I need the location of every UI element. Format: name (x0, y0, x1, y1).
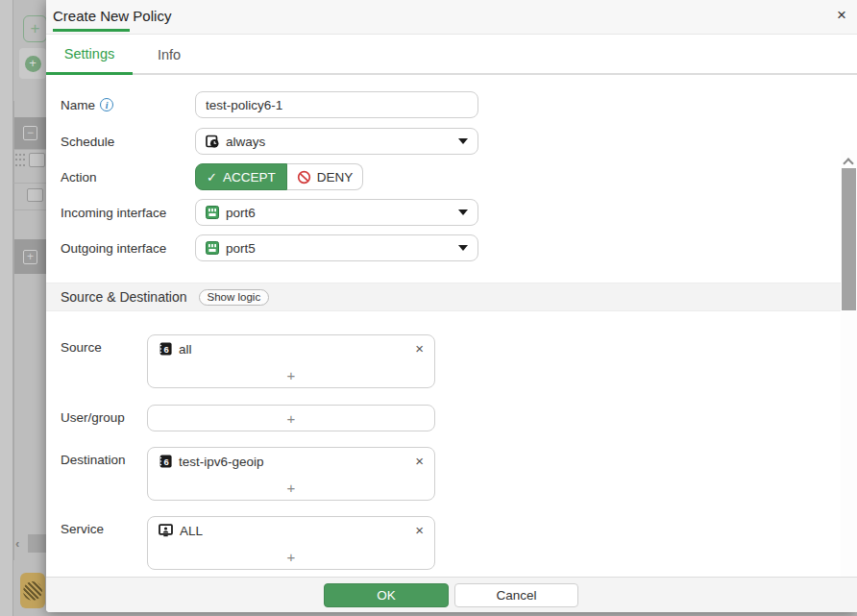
deny-button[interactable]: DENY (287, 163, 364, 190)
incoming-interface-label: Incoming interface (61, 206, 195, 220)
plus-icon: + (31, 19, 40, 38)
interface-port-icon (206, 241, 219, 255)
plus-box-icon: + (23, 250, 37, 264)
scroll-up-icon[interactable] (843, 158, 853, 168)
service-label: Service (61, 522, 104, 536)
service-add-button[interactable]: + (148, 544, 434, 569)
background-add-tile: + (19, 48, 46, 79)
background-checkbox (29, 153, 45, 167)
user-group-add-button[interactable]: + (148, 406, 434, 431)
svg-text:6: 6 (164, 456, 169, 467)
chevron-down-icon (458, 245, 468, 251)
background-checkbox (27, 188, 43, 202)
create-new-policy-dialog: Create New Policy × Settings Info Name i… (46, 0, 857, 612)
fortinet-logo-icon (20, 573, 45, 608)
name-row: Name i (61, 91, 478, 118)
action-label: Action (61, 170, 195, 185)
plus-circle-icon: + (25, 56, 41, 72)
background-pager-box (28, 534, 46, 553)
source-label: Source (61, 340, 102, 355)
chevron-down-icon (458, 138, 468, 144)
tab-settings[interactable]: Settings (46, 35, 133, 75)
ipv6-address-icon: 6 (159, 342, 172, 356)
source-destination-section-header: Source & Destination Show logic (46, 283, 842, 311)
remove-icon[interactable]: × (415, 455, 424, 468)
destination-multiselect: 6 test-ipv6-geoip × + (147, 447, 435, 501)
destination-label: Destination (61, 453, 126, 467)
minus-box-icon: − (23, 126, 37, 140)
outgoing-interface-label: Outgoing interface (61, 241, 195, 256)
info-icon[interactable]: i (100, 98, 113, 111)
scrollbar-thumb[interactable] (842, 168, 856, 310)
destination-add-button[interactable]: + (148, 475, 434, 500)
background-row-divider (13, 183, 46, 184)
action-segmented-control: ✓ ACCEPT DENY (195, 163, 363, 190)
ok-button[interactable]: OK (324, 583, 449, 607)
vertical-scrollbar[interactable] (841, 150, 857, 577)
action-row: Action ✓ ACCEPT DENY (61, 163, 363, 190)
dialog-footer: OK Cancel (46, 577, 857, 612)
outgoing-interface-value: port5 (226, 241, 256, 256)
name-input[interactable] (195, 91, 478, 118)
user-group-label: User/group (61, 410, 125, 425)
background-create-new-button: + (23, 15, 47, 42)
source-item: 6 all × (148, 335, 434, 362)
service-icon (159, 524, 173, 537)
schedule-dropdown[interactable]: always (195, 128, 478, 155)
source-add-button[interactable]: + (148, 362, 434, 387)
interface-port-icon (206, 206, 219, 219)
accept-button[interactable]: ✓ ACCEPT (195, 163, 287, 190)
destination-item: 6 test-ipv6-geoip × (148, 448, 434, 475)
chevron-down-icon (458, 209, 468, 215)
remove-icon[interactable]: × (415, 524, 424, 537)
incoming-interface-value: port6 (226, 206, 256, 220)
title-accent-underline (53, 29, 130, 32)
destination-item-name: test-ipv6-geoip (179, 455, 264, 469)
tab-info[interactable]: Info (133, 35, 206, 75)
dialog-tabbar: Settings Info (46, 35, 857, 75)
outgoing-interface-row: Outgoing interface port5 (61, 234, 478, 261)
incoming-interface-row: Incoming interface port6 (61, 199, 478, 226)
ipv6-address-icon: 6 (159, 455, 172, 468)
schedule-label: Schedule (61, 135, 195, 149)
background-collapse-tile: − (14, 117, 46, 149)
service-item: ALL × (148, 517, 434, 544)
section-title: Source & Destination (61, 289, 187, 305)
background-panel-border (13, 101, 14, 560)
background-row-divider (13, 149, 46, 150)
cancel-button[interactable]: Cancel (454, 583, 578, 607)
chevron-left-icon: ‹ (15, 536, 19, 551)
deny-prohibit-icon (297, 170, 311, 185)
schedule-clock-icon (206, 135, 219, 148)
user-group-multiselect: + (147, 405, 435, 431)
name-label: Name (61, 98, 95, 112)
incoming-interface-dropdown[interactable]: port6 (195, 199, 478, 226)
dialog-titlebar: Create New Policy × (46, 0, 857, 35)
svg-text:6: 6 (164, 344, 169, 355)
background-left-rail (0, 0, 13, 616)
source-multiselect: 6 all × + (147, 334, 435, 388)
page-title: Create New Policy (53, 8, 171, 24)
remove-icon[interactable]: × (415, 342, 424, 356)
source-item-name: all (179, 342, 192, 357)
schedule-value: always (226, 135, 265, 149)
drag-handle-icon (15, 154, 26, 168)
outgoing-interface-dropdown[interactable]: port5 (195, 234, 478, 261)
check-icon: ✓ (207, 170, 217, 185)
background-row-divider (13, 209, 46, 210)
service-multiselect: ALL × + (147, 516, 435, 570)
background-expand-tile: + (14, 239, 46, 274)
close-icon[interactable]: × (837, 7, 846, 24)
show-logic-button[interactable]: Show logic (199, 289, 270, 306)
dialog-body: Name i Schedule always A (46, 75, 857, 577)
schedule-row: Schedule always (61, 128, 478, 155)
service-item-name: ALL (180, 524, 203, 538)
